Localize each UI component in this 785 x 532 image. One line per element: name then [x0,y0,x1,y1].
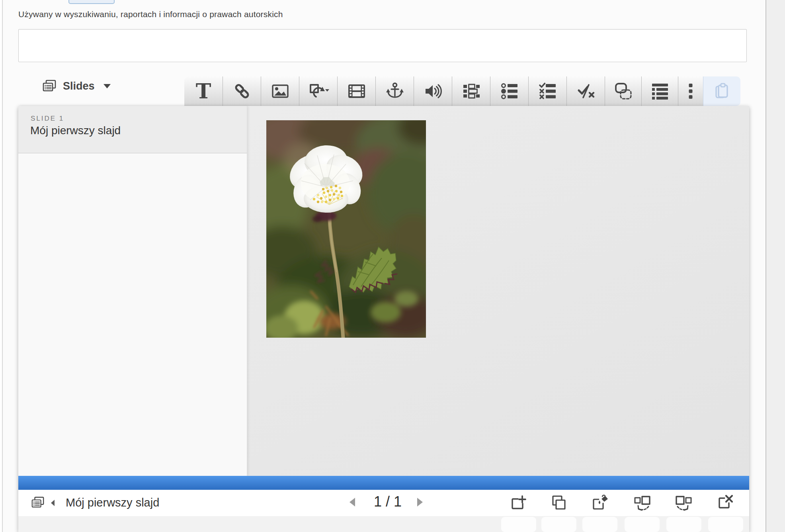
metadata-field-label: Używany w wyszukiwaniu, raportach i info… [18,10,283,19]
slides-menu-label: Slides [63,80,95,92]
slide-image-element[interactable] [266,120,426,338]
outside-area [766,0,785,532]
image-button[interactable] [261,76,299,106]
sort-slide-left-button[interactable] [633,494,651,512]
previous-slide-button[interactable] [350,498,355,507]
footer-button-base [625,517,660,532]
delete-slide-icon [717,494,734,512]
footer-button-base [501,517,536,532]
sort-slide-left-icon [633,494,651,512]
true-false-button[interactable] [566,76,605,106]
slides-icon [31,496,45,509]
fill-in-the-blanks-icon [462,82,481,101]
shapes-icon [308,82,329,101]
clone-slide-button[interactable] [550,494,568,512]
slide-number-label: SLIDE 1 [31,115,64,123]
top-cutoff-button[interactable] [68,0,115,4]
footer-lower-strip [18,516,749,532]
more-elements-icon [681,82,700,101]
paste-button[interactable] [703,76,740,106]
go-to-slide-button[interactable] [375,76,414,106]
summary-button[interactable] [641,76,678,106]
fill-in-the-blanks-button[interactable] [452,76,490,106]
h5p-course-presentation-editor: Używany w wyszukiwaniu, raportach i info… [0,0,785,532]
link-icon [232,82,252,101]
add-slide-icon [510,494,527,512]
true-false-icon [576,82,596,101]
multiple-choice-button[interactable] [528,76,566,106]
text-icon: T [196,81,211,102]
flower-photo [266,120,426,338]
footer-button-base [708,517,743,532]
left-border [2,0,3,532]
metadata-input[interactable] [18,29,747,62]
slides-menu-button[interactable]: Slides [42,77,111,95]
presentation-editor-block: SLIDE 1 Mój pierwszy slajd Mój pierwszy … [18,106,749,532]
slide-canvas: SLIDE 1 Mój pierwszy slajd [18,106,749,476]
footer-button-base [541,517,576,532]
more-elements-button[interactable] [678,76,703,106]
summary-icon [650,82,670,101]
sort-slide-right-icon [675,494,693,512]
footer-button-base [582,517,617,532]
footer-slide-title: Mój pierwszy slajd [66,496,159,509]
video-icon [347,82,366,101]
footer-button-base [666,517,701,532]
slide-title: Mój pierwszy slajd [30,124,121,137]
video-button[interactable] [337,76,375,106]
single-choice-set-button[interactable] [490,76,528,106]
pagination-label: 1 / 1 [363,493,412,510]
drag-and-drop-icon [614,82,633,101]
element-toolbar: T [184,76,740,106]
clone-slide-icon [550,494,568,512]
multiple-choice-icon [538,82,557,101]
drag-and-drop-button[interactable] [605,76,641,106]
audio-button[interactable] [414,76,452,106]
image-icon [271,82,290,101]
anchor-icon [385,82,404,101]
shapes-button[interactable] [299,76,337,106]
keywords-toggle-button[interactable] [31,496,45,509]
footer-bar: Mój pierwszy slajd 1 / 1 [18,490,749,516]
next-slide-button[interactable] [417,498,423,507]
add-slide-button[interactable] [510,494,527,512]
paste-icon [713,82,732,101]
slide-list-item-1[interactable]: SLIDE 1 Mój pierwszy slajd [18,106,247,153]
single-choice-set-icon [500,82,519,101]
delete-slide-button[interactable] [717,494,734,512]
sort-slide-right-button[interactable] [675,494,693,512]
slide-panel: SLIDE 1 Mój pierwszy slajd [18,106,247,476]
slides-icon [42,79,57,93]
slide-background-icon [591,494,609,512]
chevron-left-icon[interactable] [51,500,55,506]
chevron-down-icon [103,84,111,88]
progress-bar [18,476,749,490]
audio-icon [424,82,443,101]
link-button[interactable] [223,76,261,106]
slide-background-button[interactable] [591,494,609,512]
text-button[interactable]: T [184,76,223,106]
